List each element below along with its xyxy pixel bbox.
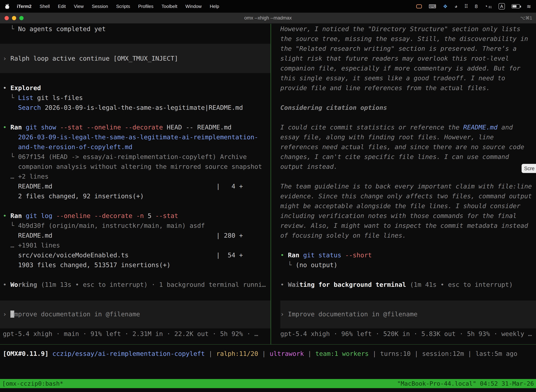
terminal-line: companion file, especially if more comme… [280,63,536,73]
text-segment: --short [345,252,372,259]
dark-globe-icon[interactable]: ◕ [455,3,458,9]
text-segment: companion analysis without altering the … [3,163,262,170]
text-segment: and [498,124,513,131]
text-segment: ralph:11/20 [216,350,258,357]
text-segment: | [205,350,216,357]
text-segment: the source tree, missing the essay. Stil… [280,35,528,42]
keyboard-icon[interactable]: ⌨ [429,3,436,9]
text-segment: --stat --oneline --decorate [60,124,163,131]
text-segment [53,212,56,219]
menu-item-iterm2[interactable]: iTerm2 [17,4,31,9]
terminal-line: README.md | 4 + [3,182,270,191]
terminal-line: Search 2026-03-09-is-legal-the-same-as-l… [3,103,270,112]
text-segment [299,252,303,259]
terminal-line [3,63,270,73]
text-segment: Wai [288,281,299,288]
terminal-line [280,93,536,103]
terminal-line: provide file and line references from th… [280,83,536,93]
text-segment: 2026-03-09-is-legal-the-same-as-legitima… [3,134,258,141]
left-terminal-pane[interactable]: └ No agents completed yet› Ralph loop ac… [0,24,270,344]
terminal-line: gpt-5.4 xhigh · 96% left · 520K in · 5.8… [280,329,536,339]
text-segment: Ran [10,124,22,131]
terminal-line: gpt-5.4 xhigh · main · 91% left · 2.31M … [3,329,270,339]
text-segment: cczip/essay/ai-reimplementation-copyleft [53,350,205,357]
menu-item-toolbelt[interactable]: Toolbelt [162,4,177,9]
menu-item-session[interactable]: Session [92,4,108,9]
prompt-input[interactable]: › Improve documentation in @filename [3,309,270,319]
text-segment: | [464,350,475,357]
pane-divider[interactable] [270,24,271,344]
text-segment: git status [303,252,341,259]
text-segment: Search [18,104,41,111]
text-segment [22,212,26,219]
terminal-line [3,112,270,122]
text-segment: (no output) [296,261,337,269]
menu-item-profiles[interactable]: Profiles [138,4,153,9]
terminal-line: might be acceptable alongside the file l… [280,201,536,211]
text-segment: Wo [10,281,18,288]
terminal-line: └ 067f154 (HEAD -> essay/ai-reimplementa… [3,152,270,162]
terminal-line: └ (no output) [280,260,536,270]
terminal-line: └ No agents completed yet [3,24,270,34]
text-segment: Ran [10,212,22,219]
menu-item-window[interactable]: Window [185,4,201,9]
terminal-line: evidence. Since this change only affects… [280,191,536,201]
terminal-line: • Ran git status --short [280,250,536,260]
omx-status-bar: [OMX#0.11.9] cczip/essay/ai-reimplementa… [3,349,536,359]
text-segment: slight risk that future readers may over… [280,55,509,62]
input-source-icon[interactable]: A [498,3,505,9]
terminal-line [3,319,270,329]
wifi-icon[interactable]: ≋ [527,3,531,9]
text-segment: review. Also, I might want to inspect th… [280,222,528,229]
text-segment: README.md | 4 + [3,183,243,190]
text-segment [3,104,18,111]
apple-menu-icon[interactable] [5,4,10,9]
terminal-line: essay file, along with finding root file… [280,132,536,142]
text-segment: • [3,84,10,92]
close-button[interactable] [5,16,9,20]
text-segment: might be acceptable alongside the file l… [280,202,520,210]
terminal-line: references need actual files, and since … [280,142,536,152]
menu-item-view[interactable]: View [74,4,84,9]
zoom-button[interactable] [19,16,24,20]
text-segment: • [280,281,288,288]
terminal-line: Considering citation options [280,103,536,112]
menu-item-help[interactable]: Help [210,4,219,9]
text-segment: rking [18,281,37,288]
text-segment: └ [3,25,18,33]
text-segment: README.md | 280 + [3,232,243,239]
tmux-host-and-time: "MacBook-Pro-44.local" 04:52 31-Mar-26 [397,380,534,387]
text-segment: › [280,311,288,318]
terminal-line: review. Also, I might want to inspect th… [280,221,536,231]
window-title-bar[interactable]: omx --xhigh --madmax ⌥⌘1 [0,13,536,24]
screen-sharing-flap[interactable]: Scre [522,164,536,173]
terminal-line: 2 files changed, 92 insertions(+) [3,191,270,201]
blue-app-icon[interactable]: ❖ [443,3,448,9]
terminal-line: this single essay, it seems like a good … [280,73,536,83]
menu-item-shell[interactable]: Shell [40,4,50,9]
text-segment: └ [3,94,18,101]
text-segment: HEAD -- README.md [163,124,231,131]
app-grid-icon[interactable]: ⠿ [464,3,468,9]
minimize-button[interactable] [12,16,16,20]
terminal-line: However, I noticed the "Directory Struct… [280,24,536,34]
screen-recording-indicator[interactable] [416,5,422,9]
menu-item-scripts[interactable]: Scripts [116,4,130,9]
text-segment: | [411,350,422,357]
text-segment: • [3,212,10,219]
terminal-line: companion analysis without altering the … [3,162,270,172]
right-terminal-pane[interactable]: However, I noticed the "Directory Struct… [280,24,536,344]
text-segment: ultrawork [270,350,304,357]
window-controls [5,16,24,20]
text-segment: output instead. [280,163,337,170]
battery-gauge-icon[interactable]: ◔.61 [484,3,492,9]
battery-icon[interactable] [512,4,520,9]
text-segment: changes, I can't cite specific file line… [280,153,509,160]
terminal-line [3,289,270,299]
terminal-line: … +1901 lines [3,240,270,250]
prompt-input[interactable]: › Improve documentation in @filename [280,309,536,319]
keycap-icon[interactable]: 8 [475,3,478,9]
terminal-line: • Waiting for background terminal (1m 41… [280,280,536,289]
menu-item-edit[interactable]: Edit [58,4,66,9]
terminal-content: └ No agents completed yet› Ralph loop ac… [0,24,536,392]
